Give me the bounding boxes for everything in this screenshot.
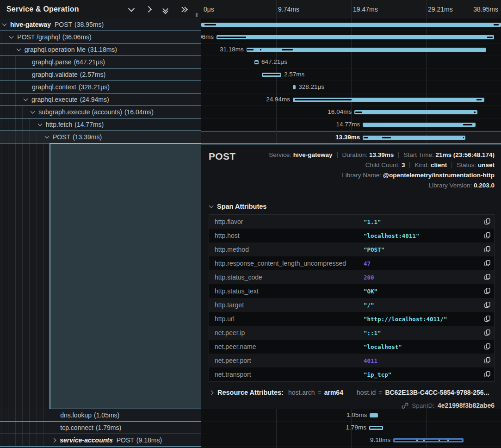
collapse-all-icon[interactable] — [163, 5, 167, 14]
span-attributes-toggle[interactable]: Span Attributes — [201, 203, 501, 210]
span-tree-row[interactable]: service-accountsPOST(9.18ms) — [0, 434, 201, 447]
chevron-down-icon[interactable] — [45, 134, 49, 139]
timeline-row[interactable]: 13.39ms — [201, 131, 501, 143]
critical-path-segment — [382, 137, 391, 138]
meta-label: Library Name: — [342, 172, 383, 179]
timeline-row[interactable]: 36.06ms — [201, 31, 501, 44]
attribute-key: http.status_text — [209, 287, 364, 295]
selected-span-left-region — [0, 143, 201, 409]
timeline-row[interactable]: 24.94ms — [201, 93, 501, 106]
copy-icon[interactable] — [480, 274, 494, 281]
copy-icon[interactable] — [480, 329, 494, 336]
chevron-down-icon[interactable] — [9, 34, 14, 39]
span-tree-row[interactable]: subgraph.execute (accounts)(16.04ms) — [0, 106, 201, 118]
span-tree-row[interactable]: dns.lookup(1.05ms) — [0, 409, 201, 422]
attribute-value: "localhost:4011" — [364, 232, 480, 239]
span-tree-row[interactable]: graphql.parse(647.21μs) — [0, 56, 201, 68]
span-tree-row[interactable]: graphql.context(328.21μs) — [0, 81, 201, 93]
span-bar[interactable] — [216, 35, 494, 39]
copy-icon[interactable] — [480, 246, 494, 253]
timeline-row[interactable]: 2.57ms — [201, 68, 501, 81]
copy-icon[interactable] — [480, 371, 494, 378]
timeline-row[interactable]: 647.21μs — [201, 56, 501, 68]
attribute-row: net.peer.ip"::1" — [209, 326, 494, 340]
span-bar[interactable] — [201, 23, 501, 27]
service-operation-title: Service & Operation — [0, 5, 79, 13]
indent-guide — [22, 422, 23, 434]
meta-label: Start Time: — [403, 151, 435, 158]
timeline-bars-bottom: 1.05ms1.79ms9.18ms — [201, 409, 501, 447]
span-bar[interactable] — [262, 73, 281, 77]
span-bar[interactable] — [363, 136, 465, 140]
timeline-row[interactable]: 16.04ms — [201, 106, 501, 118]
meta-value: client — [431, 162, 447, 168]
indent-guide — [29, 434, 30, 446]
link-icon[interactable] — [402, 402, 408, 409]
expand-all-icon[interactable] — [180, 5, 187, 13]
span-bar[interactable] — [370, 413, 378, 417]
span-bar[interactable] — [393, 438, 464, 442]
span-tree-row[interactable]: tcp.connect(1.79ms) — [0, 422, 201, 434]
timeline-row[interactable]: 31.18ms — [201, 44, 501, 56]
chevron-down-icon[interactable] — [37, 122, 42, 126]
copy-icon[interactable] — [480, 260, 494, 267]
span-bar[interactable] — [369, 426, 383, 430]
timeline-row[interactable]: 1.79ms — [201, 422, 501, 434]
timeline-row[interactable]: 14.77ms — [201, 118, 501, 131]
span-tree-row[interactable]: http.fetch(14.77ms) — [0, 118, 201, 131]
indent-guide — [8, 409, 8, 421]
operation-name: graphql.execute — [31, 96, 78, 103]
span-bar[interactable] — [254, 60, 259, 64]
span-duration: (1.79ms) — [96, 424, 121, 431]
attribute-key: net.transport — [209, 371, 364, 378]
span-tree-row[interactable]: graphql.validate(2.57ms) — [0, 68, 201, 81]
attribute-row: net.transport"ip_tcp" — [209, 367, 494, 381]
chevron-down-icon[interactable] — [24, 97, 28, 101]
span-tree-row[interactable]: POST(13.39ms) — [0, 131, 201, 143]
indent-guide — [8, 143, 8, 409]
copy-icon[interactable] — [480, 301, 494, 309]
span-bar[interactable] — [354, 110, 477, 114]
span-bar[interactable] — [247, 48, 486, 52]
chevron-right-icon[interactable] — [52, 438, 56, 442]
resource-attribute: host.id=BC62E13B-C4CC-5854-9788-256... — [357, 389, 489, 396]
collapse-one-icon[interactable] — [129, 5, 134, 13]
copy-icon[interactable] — [480, 287, 494, 295]
attribute-value: "::1" — [364, 330, 480, 336]
copy-icon[interactable] — [480, 232, 494, 239]
span-bar[interactable] — [293, 98, 484, 102]
attribute-value: "POST" — [364, 246, 480, 253]
copy-icon[interactable] — [480, 357, 494, 364]
span-bar[interactable] — [363, 123, 476, 127]
operation-name: graphql.operation Me — [25, 46, 86, 53]
indent-guide — [15, 56, 16, 68]
span-tree-row[interactable]: graphql.execute(24.94ms) — [0, 93, 201, 106]
double-chevron-right-icon — [180, 7, 187, 12]
pane-resize-handle[interactable] — [196, 13, 198, 17]
copy-icon[interactable] — [480, 343, 494, 350]
tree-toolbar — [129, 5, 201, 14]
trace-timeline-view: Service & Operation hive-gatewayPOST(38.… — [0, 0, 501, 448]
chevron-down-icon[interactable] — [31, 109, 35, 114]
meta-label: Duration: — [342, 151, 370, 158]
span-duration: (16.04ms) — [124, 108, 154, 116]
copy-icon[interactable] — [480, 315, 494, 323]
attribute-key: http.response_content_length_uncompresse… — [209, 260, 364, 267]
timeline-row[interactable] — [201, 19, 501, 31]
chevron-down-icon[interactable] — [2, 22, 7, 26]
timeline-row[interactable]: 1.05ms — [201, 409, 501, 422]
critical-path-segment — [263, 74, 280, 75]
copy-icon[interactable] — [480, 218, 494, 225]
bar-duration-label: 24.94ms — [266, 93, 290, 106]
span-tree-row[interactable]: hive-gatewayPOST(38.95ms) — [0, 19, 201, 31]
span-bar[interactable] — [293, 85, 296, 89]
chevron-down-icon[interactable] — [16, 47, 21, 51]
timeline-row[interactable]: 9.18ms — [201, 434, 501, 447]
attribute-value: "1.1" — [364, 218, 480, 225]
span-tree-row[interactable]: graphql.operation Me(31.18ms) — [0, 44, 201, 56]
attribute-value: "localhost" — [364, 343, 480, 350]
span-tree-row[interactable]: POST /graphql(36.06ms) — [0, 31, 201, 44]
timeline-row[interactable]: 328.21μs — [201, 81, 501, 93]
expand-one-icon[interactable] — [146, 5, 151, 13]
resource-attributes-row[interactable]: Resource Attributes:host.arch=arm64host.… — [210, 389, 495, 396]
